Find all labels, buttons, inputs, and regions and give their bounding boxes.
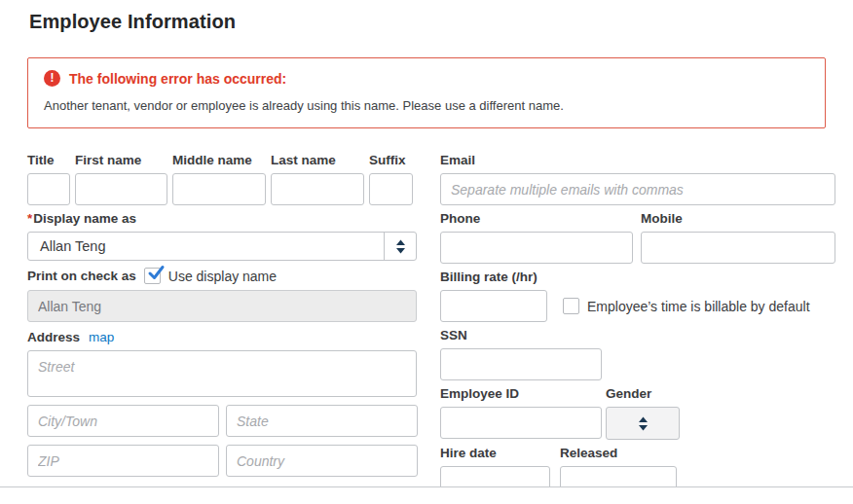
- suffix-label: Suffix: [369, 153, 413, 168]
- middle-name-label: Middle name: [172, 153, 266, 168]
- gender-select[interactable]: [606, 407, 680, 440]
- display-name-label: *Display name as: [27, 211, 417, 227]
- error-heading: The following error has occurred:: [69, 71, 286, 87]
- required-asterisk: *: [27, 211, 32, 226]
- mobile-label: Mobile: [641, 211, 835, 227]
- mobile-input[interactable]: [641, 232, 835, 264]
- display-name-select[interactable]: Allan Teng: [27, 232, 417, 261]
- checkmark-icon: [146, 264, 167, 283]
- ssn-label: SSN: [440, 328, 835, 343]
- form-column-right: Email Phone Mobile Billing rate (/hr) Em…: [440, 147, 835, 487]
- hire-released-labels-row: Hire date Released: [440, 440, 835, 466]
- title-input[interactable]: [27, 173, 70, 205]
- billable-checkbox[interactable]: [563, 298, 579, 314]
- billing-rate-label: Billing rate (/hr): [440, 270, 835, 285]
- name-labels-row: Title First name Middle name Last name S…: [27, 147, 417, 173]
- error-icon: !: [44, 70, 60, 87]
- name-inputs-row: [27, 173, 417, 205]
- address-label: Address: [27, 330, 80, 345]
- use-display-name-label: Use display name: [168, 269, 277, 284]
- last-name-label: Last name: [271, 153, 364, 168]
- phone-input[interactable]: [440, 232, 633, 264]
- form-columns: Title First name Middle name Last name S…: [0, 147, 853, 487]
- state-input[interactable]: [226, 405, 418, 437]
- employee-id-label: Employee ID: [440, 386, 602, 402]
- notes-label: Notes: [27, 486, 417, 487]
- print-on-check-row: Print on check as Use display name: [27, 268, 417, 284]
- print-on-check-label: Print on check as: [27, 269, 136, 284]
- phone-mobile-inputs-row: [440, 232, 835, 264]
- phone-label: Phone: [440, 211, 633, 227]
- country-input[interactable]: [226, 445, 418, 477]
- middle-name-input[interactable]: [172, 173, 266, 205]
- hire-date-input[interactable]: [440, 466, 550, 487]
- zip-input[interactable]: [27, 445, 219, 477]
- hire-released-inputs-row: [440, 466, 835, 487]
- first-name-input[interactable]: [75, 173, 167, 205]
- display-name-value: Allan Teng: [28, 238, 384, 254]
- form-column-left: Title First name Middle name Last name S…: [27, 147, 417, 487]
- print-on-check-input: [27, 290, 417, 322]
- zip-country-row: [27, 445, 417, 477]
- updown-arrows-icon: [638, 416, 649, 431]
- use-display-name-checkbox[interactable]: [144, 268, 161, 284]
- suffix-input[interactable]: [369, 173, 413, 205]
- billing-rate-row: Employee’s time is billable by default: [440, 290, 835, 322]
- email-input[interactable]: [440, 173, 835, 205]
- street-input[interactable]: [27, 350, 417, 397]
- employee-id-gender-inputs-row: [440, 407, 835, 440]
- employee-form-panel: Employee Information ! The following err…: [0, 0, 853, 487]
- released-label: Released: [560, 446, 677, 461]
- title-label: Title: [27, 153, 70, 168]
- last-name-input[interactable]: [271, 173, 364, 205]
- updown-arrows-icon: [384, 233, 416, 260]
- phone-mobile-labels-row: Phone Mobile: [440, 205, 835, 232]
- error-banner-header: ! The following error has occurred:: [44, 70, 809, 87]
- map-link[interactable]: map: [89, 330, 114, 344]
- error-banner: ! The following error has occurred: Anot…: [27, 57, 826, 128]
- billable-checkbox-label: Employee’s time is billable by default: [587, 299, 810, 314]
- first-name-label: First name: [75, 153, 167, 168]
- page-title: Employee Information: [0, 0, 853, 33]
- employee-id-input[interactable]: [440, 407, 602, 439]
- city-input[interactable]: [27, 405, 219, 437]
- email-label: Email: [440, 153, 835, 168]
- employee-id-gender-labels-row: Employee ID Gender: [440, 380, 835, 407]
- address-header-row: Address map: [27, 330, 417, 345]
- billing-rate-input[interactable]: [440, 290, 547, 322]
- ssn-input[interactable]: [440, 348, 602, 380]
- gender-label: Gender: [606, 386, 680, 402]
- error-message: Another tenant, vendor or employee is al…: [44, 98, 809, 113]
- released-input[interactable]: [560, 466, 677, 487]
- city-state-row: [27, 405, 417, 437]
- hire-date-label: Hire date: [440, 446, 550, 461]
